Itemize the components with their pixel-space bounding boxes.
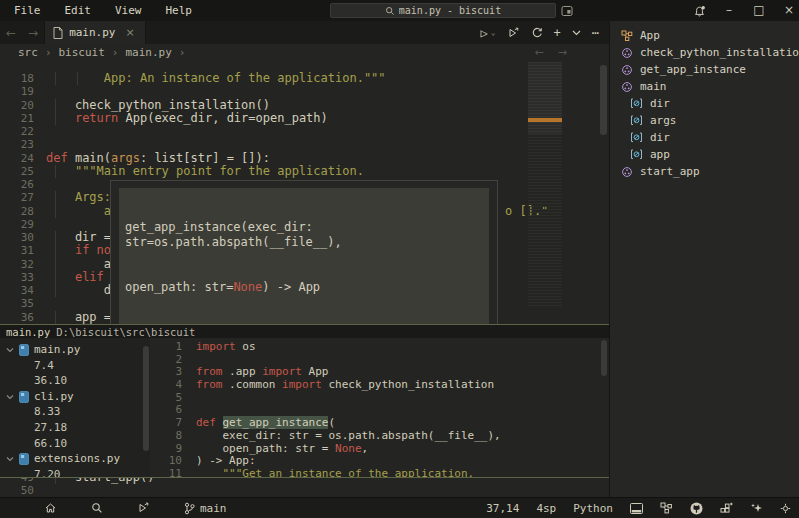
app-window: File Edit View Help main.py - biscuit – …	[0, 0, 799, 518]
layout-toggle-icon[interactable]	[560, 4, 574, 18]
line-number: 22	[0, 125, 34, 138]
line-number: 35	[0, 297, 34, 310]
tree-file-item[interactable]: main.py	[0, 342, 150, 358]
tree-reference-item[interactable]: 27.18	[0, 420, 150, 436]
more-actions-icon[interactable]: ⋯	[592, 26, 599, 40]
outline-item-label: get_app_instance	[640, 63, 746, 76]
breadcrumb-biscuit[interactable]: biscuit	[59, 46, 105, 59]
code-line[interactable]: 22	[0, 125, 609, 138]
tree-file-item[interactable]: cli.py	[0, 389, 150, 405]
code-line[interactable]: 18 App: An instance of the application."…	[0, 72, 609, 85]
chevron-down-icon[interactable]	[6, 346, 14, 354]
minimize-button[interactable]: –	[716, 0, 742, 21]
breadcrumb-separator: ›	[45, 46, 52, 59]
preview-scrollbar[interactable]	[601, 340, 607, 376]
main-editor[interactable]: 18 App: An instance of the application."…	[0, 60, 609, 324]
tree-reference-item[interactable]: 7.20	[0, 467, 150, 477]
tree-scrollbar[interactable]	[143, 346, 149, 451]
code-line[interactable]: 4from .common import check_python_instal…	[150, 379, 609, 392]
outline-item-label: main	[640, 80, 667, 93]
run-file-icon[interactable]	[507, 27, 520, 39]
chevron-down-icon[interactable]	[6, 455, 14, 463]
extensions-icon[interactable]	[720, 502, 733, 514]
github-icon[interactable]	[690, 502, 703, 515]
code-line[interactable]: 21 return App(exec_dir, dir=open_path)	[0, 112, 609, 125]
command-palette-search[interactable]: main.py - biscuit	[330, 3, 556, 18]
outline-item-get_app_instance[interactable]: get_app_instance	[610, 61, 799, 78]
code-line[interactable]: 1import os	[150, 341, 609, 354]
peek-file-path: D:\biscuit\src\biscuit	[56, 326, 195, 338]
ai-sparkle-icon[interactable]	[750, 502, 763, 514]
home-icon[interactable]	[44, 502, 57, 514]
breadcrumb-mainpy[interactable]: main.py	[125, 46, 171, 59]
cursor-position[interactable]: 37,14	[486, 502, 519, 515]
tab-close-icon[interactable]: ×	[125, 26, 134, 39]
maximize-button[interactable]: □	[746, 0, 772, 21]
minimap-highlight-line	[528, 118, 562, 122]
outline-item-start_app[interactable]: start_app	[610, 163, 799, 180]
code-line[interactable]: 20 check_python_installation()	[0, 99, 609, 112]
breadcrumb-separator: ›	[179, 46, 186, 59]
symbol-back-icon[interactable]: ←	[535, 46, 544, 59]
notification-bell-icon[interactable]	[692, 4, 706, 18]
outline-item-main[interactable]: main	[610, 78, 799, 95]
nav-forward-icon[interactable]: →	[22, 26, 44, 40]
outline-item-dir[interactable]: dir	[610, 129, 799, 146]
line-number: 33	[0, 271, 34, 284]
line-number: 25	[0, 165, 34, 178]
close-button[interactable]: ×	[776, 0, 799, 21]
refresh-icon[interactable]	[531, 27, 543, 39]
code-line[interactable]: 5	[150, 392, 609, 405]
breadcrumb-separator: ›	[112, 46, 119, 59]
tree-reference-item[interactable]: 66.10	[0, 436, 150, 452]
panel-toggle-icon[interactable]	[630, 503, 643, 514]
peek-panel-header[interactable]: main.py D:\biscuit\src\biscuit	[0, 324, 609, 338]
symbol-forward-icon[interactable]: →	[558, 46, 567, 59]
peek-code-preview[interactable]: 1import os23from .app import App4from .c…	[150, 338, 609, 477]
symbols-icon[interactable]	[660, 502, 673, 514]
nav-back-icon[interactable]: ←	[0, 26, 22, 40]
line-number: 31	[0, 244, 34, 257]
run-options-caret-icon[interactable]: ⌄	[491, 28, 496, 37]
code-line[interactable]: 24def main(args: list[str] = []):	[0, 152, 609, 165]
search-status-icon[interactable]	[91, 502, 103, 514]
tree-file-item[interactable]: extensions.py	[0, 451, 150, 467]
python-file-icon	[19, 391, 29, 403]
code-line[interactable]: 23	[0, 138, 609, 151]
line-number: 32	[0, 258, 34, 271]
indent-size[interactable]: 4sp	[536, 502, 556, 515]
editor-scrollbar[interactable]	[600, 65, 607, 135]
outline-item-args[interactable]: args	[610, 112, 799, 129]
breadcrumb[interactable]: src › biscuit › main.py › ←→	[0, 44, 609, 60]
symbol-method-icon	[620, 166, 633, 178]
tree-reference-item[interactable]: 7.4	[0, 358, 150, 374]
chevron-down-icon[interactable]	[572, 28, 581, 37]
run-button[interactable]: ▷	[480, 26, 487, 40]
menu-help[interactable]: Help	[154, 0, 205, 21]
code-line[interactable]: 19	[0, 85, 609, 98]
git-branch-indicator[interactable]: main	[184, 502, 227, 515]
language-mode[interactable]: Python	[573, 502, 613, 515]
menu-view[interactable]: View	[103, 0, 154, 21]
tab-main-py[interactable]: main.py ×	[44, 21, 146, 44]
tree-reference-item[interactable]: 8.33	[0, 404, 150, 420]
outline-item-App[interactable]: App	[610, 27, 799, 44]
outline-item-label: dir	[650, 131, 670, 144]
run-status-icon[interactable]	[137, 502, 150, 514]
outline-item-label: check_python_installation	[640, 46, 799, 59]
code-line[interactable]: 11 """Get an instance of the application…	[150, 468, 609, 477]
new-tab-icon[interactable]: +	[554, 26, 561, 40]
tree-reference-item[interactable]: 36.10	[0, 373, 150, 389]
chevron-down-icon[interactable]	[6, 393, 14, 401]
outline-item-app[interactable]: app	[610, 146, 799, 163]
git-branch-name: main	[200, 502, 227, 515]
minimap[interactable]	[528, 62, 562, 306]
menu-file[interactable]: File	[2, 0, 53, 21]
menu-edit[interactable]: Edit	[53, 0, 104, 21]
breadcrumb-src[interactable]: src	[18, 46, 38, 59]
code-line[interactable]: 25 """Main entry point for the applicati…	[0, 165, 609, 178]
settings-gear-icon[interactable]	[780, 503, 791, 514]
outline-item-dir[interactable]: dir	[610, 95, 799, 112]
outline-item-check_python_installation[interactable]: check_python_installation	[610, 44, 799, 61]
code-line[interactable]: 50	[0, 484, 609, 497]
